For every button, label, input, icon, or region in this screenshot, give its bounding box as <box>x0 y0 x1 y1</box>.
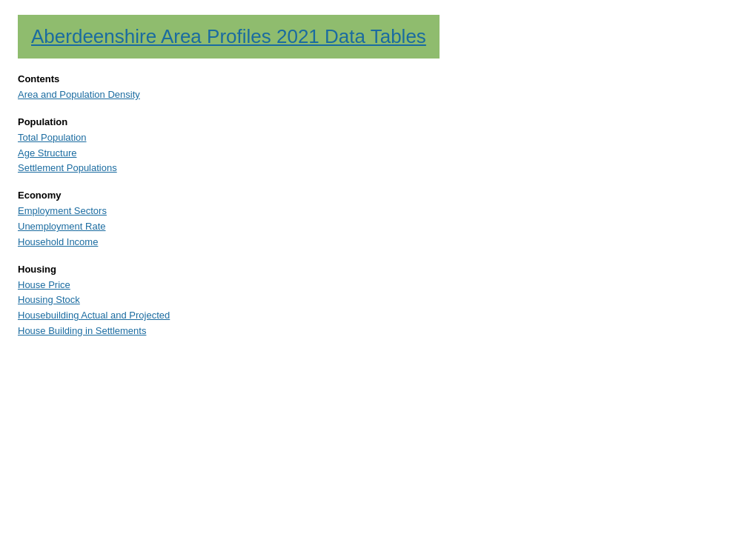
link-settlement-populations[interactable]: Settlement Populations <box>18 161 738 176</box>
housing-section: Housing House Price Housing Stock Houseb… <box>18 264 738 339</box>
economy-section: Economy Employment Sectors Unemployment … <box>18 190 738 250</box>
link-house-building-settlements[interactable]: House Building in Settlements <box>18 324 738 339</box>
housing-heading: Housing <box>18 264 738 275</box>
link-total-population[interactable]: Total Population <box>18 130 738 146</box>
link-housing-stock[interactable]: Housing Stock <box>18 293 738 308</box>
title-banner: Aberdeenshire Area Profiles 2021 Data Ta… <box>18 15 440 59</box>
contents-heading: Contents <box>18 73 738 84</box>
population-section: Population Total Population Age Structur… <box>18 116 738 176</box>
page-container: Aberdeenshire Area Profiles 2021 Data Ta… <box>0 0 756 367</box>
economy-heading: Economy <box>18 190 738 201</box>
title-link[interactable]: Aberdeenshire Area Profiles 2021 Data Ta… <box>31 25 426 47</box>
link-employment-sectors[interactable]: Employment Sectors <box>18 204 738 219</box>
link-house-price[interactable]: House Price <box>18 278 738 293</box>
link-household-income[interactable]: Household Income <box>18 235 738 250</box>
link-unemployment-rate[interactable]: Unemployment Rate <box>18 219 738 235</box>
link-area-population-density[interactable]: Area and Population Density <box>18 87 738 103</box>
contents-section: Contents Area and Population Density <box>18 73 738 103</box>
link-housebuilding[interactable]: Housebuilding Actual and Projected <box>18 308 738 324</box>
population-heading: Population <box>18 116 738 127</box>
link-age-structure[interactable]: Age Structure <box>18 146 738 161</box>
